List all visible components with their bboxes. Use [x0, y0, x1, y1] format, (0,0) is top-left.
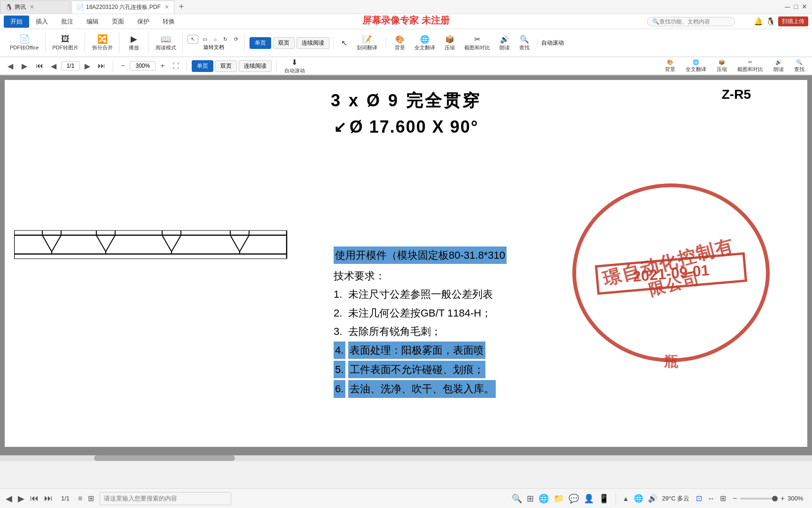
scrollbar-thumb[interactable]: [94, 455, 235, 461]
status-search-box[interactable]: [100, 492, 231, 505]
first-page-button[interactable]: ⏮: [33, 60, 46, 72]
fit-width-btn[interactable]: ↔: [705, 493, 717, 504]
zoom-fit-button[interactable]: ⛶: [170, 60, 182, 71]
browser-tab-pdf[interactable]: 📄 18A2203120 六孔连接板.PDF ✕: [71, 0, 174, 14]
page-number-input[interactable]: [61, 61, 80, 71]
status-prev-button[interactable]: ◀: [6, 493, 12, 504]
rotate-text-button[interactable]: ⟳: [232, 35, 241, 43]
vocab-translate-button[interactable]: 📝 划词翻译: [354, 34, 380, 52]
status-last-button[interactable]: ⏭: [44, 493, 53, 503]
find-nav-label: 查找: [794, 66, 804, 73]
prev-page-button[interactable]: ◀: [48, 60, 59, 72]
status-first-button[interactable]: ⏮: [30, 493, 39, 503]
forward-button[interactable]: ▶: [19, 60, 30, 72]
status-list-view[interactable]: ≡: [78, 494, 82, 503]
task-view-icon[interactable]: ⊞: [527, 493, 534, 504]
screenshot-button[interactable]: ✂ 截图和对比: [461, 34, 493, 52]
qq-tab-close[interactable]: ✕: [30, 4, 34, 10]
minimize-button[interactable]: ─: [785, 3, 790, 11]
continuous-read-btn[interactable]: 连续阅读: [297, 37, 329, 49]
ribbon-search-input[interactable]: [659, 18, 730, 25]
network-icon[interactable]: 🌐: [634, 494, 643, 503]
status-search-input[interactable]: [104, 495, 227, 502]
double-view-btn[interactable]: 双页: [215, 60, 237, 72]
zoom-slider-thumb[interactable]: [772, 496, 778, 501]
background-button[interactable]: 🎨 背景: [392, 34, 408, 52]
bell-icon[interactable]: 🔔: [754, 17, 763, 26]
wechat-icon[interactable]: 💬: [569, 493, 579, 504]
titlebar: 🐧 腾讯 ✕ 📄 18A2203120 六孔连接板.PDF ✕ + ─ □ ✕: [0, 0, 812, 14]
pdf-to-image-button[interactable]: 🖼 PDF转图片: [50, 33, 81, 53]
statusbar: ◀ ▶ ⏮ ⏭ 1/1 ≡ ⊞ 🔍 ⊞ 🌐 📁 💬 👤 📱 ▲ 🌐 🔊 29°C…: [0, 488, 812, 508]
zoom-increase-btn[interactable]: +: [781, 494, 785, 503]
split-merge-button[interactable]: 🔀 拆分合并: [90, 33, 115, 53]
continuous-view-btn[interactable]: 连续阅读: [239, 60, 272, 72]
member-button[interactable]: 扫描上传: [778, 16, 808, 26]
auto-scroll-btn[interactable]: ⬇ 自动滚动: [281, 57, 308, 75]
search-taskbar-icon[interactable]: 🔍: [512, 493, 522, 504]
compress-button[interactable]: 📦 压缩: [442, 34, 458, 52]
zoom-decrease-btn[interactable]: −: [733, 494, 737, 503]
browser-tab-qq[interactable]: 🐧 腾讯 ✕: [0, 0, 70, 14]
qq-icon[interactable]: 🐧: [766, 17, 775, 26]
pdf-area[interactable]: 3 x Ø 9 完全贯穿 ↙ Ø 17.600 X 90° Z-R5: [0, 75, 812, 461]
ribbon-tab-convert[interactable]: 转换: [156, 16, 181, 28]
background-nav-btn[interactable]: 🎨 背景: [662, 58, 678, 74]
zoom-out-button[interactable]: −: [118, 60, 128, 72]
system-tray-arrow[interactable]: ▲: [623, 495, 629, 502]
app-icon[interactable]: 📱: [599, 493, 609, 504]
ribbon-tab-page[interactable]: 页面: [105, 16, 131, 28]
select-nav-button[interactable]: ↖: [338, 38, 350, 48]
find-button[interactable]: 🔍 查找: [516, 34, 532, 52]
fit-page-btn[interactable]: ⊡: [694, 493, 704, 504]
file-explorer-icon[interactable]: 📁: [554, 493, 564, 504]
split-merge-icon: 🔀: [97, 34, 108, 45]
user-icon[interactable]: 👤: [584, 493, 594, 504]
pdf-to-office-button[interactable]: 📄 PDF转Office: [8, 33, 41, 53]
translate-nav-btn[interactable]: 🌐 全文翻译: [683, 58, 709, 74]
ribbon-tab-protect[interactable]: 保护: [131, 16, 156, 28]
ribbon-tab-edit[interactable]: 编辑: [80, 16, 105, 28]
ribbon-tab-comment[interactable]: 批注: [55, 16, 80, 28]
new-tab-button[interactable]: +: [175, 2, 188, 12]
maximize-button[interactable]: □: [794, 3, 798, 11]
ribbon-tab-insert[interactable]: 插入: [29, 16, 55, 28]
note-text-2: 未注几何公差按GB/T 1184-H；: [348, 305, 492, 321]
read-aloud-button[interactable]: 🔊 朗读: [497, 34, 513, 52]
zoom-slider[interactable]: [740, 498, 778, 500]
close-button[interactable]: ✕: [802, 3, 807, 11]
single-page-btn[interactable]: 单页: [250, 37, 271, 49]
zoom-input[interactable]: [130, 61, 156, 71]
next-page-button[interactable]: ▶: [82, 60, 93, 72]
dim-line1-text: 3 x Ø 9 完全贯穿: [331, 89, 481, 112]
notes-header-line: 使用开模件（模块固定板80-31.8*310: [334, 246, 803, 264]
compress-icon: 📦: [445, 35, 454, 44]
volume-icon[interactable]: 🔊: [648, 494, 657, 503]
find-nav-btn[interactable]: 🔍 查找: [791, 58, 807, 74]
horizontal-scrollbar[interactable]: [0, 455, 812, 461]
last-page-button[interactable]: ⏭: [95, 60, 108, 72]
nav-separator3: [276, 60, 277, 71]
circle-tool-button[interactable]: ○: [211, 36, 219, 43]
double-page-btn[interactable]: 双页: [273, 37, 295, 49]
play-button[interactable]: ▶ 播放: [126, 33, 141, 53]
compress-nav-btn[interactable]: 📦 压缩: [714, 58, 730, 74]
read-mode-button[interactable]: 📖 阅读模式: [153, 33, 179, 53]
read-aloud-nav-btn[interactable]: 🔊 朗读: [771, 58, 787, 74]
ribbon-tab-start[interactable]: 开始: [4, 16, 29, 28]
zoom-in-button[interactable]: +: [157, 60, 167, 72]
rect-tool-button[interactable]: ▭: [200, 35, 210, 43]
back-button[interactable]: ◀: [5, 60, 16, 72]
screenshot-nav-btn[interactable]: ✂ 截图和对比: [734, 58, 766, 74]
thumbs-btn[interactable]: ⊞: [718, 493, 728, 504]
status-grid-view[interactable]: ⊞: [88, 494, 94, 503]
ribbon-search[interactable]: 🔍: [647, 17, 735, 26]
full-text-translate-button[interactable]: 🌐 全文翻译: [412, 34, 438, 52]
select-tool-button[interactable]: ↖: [187, 35, 198, 44]
edge-icon[interactable]: 🌐: [539, 493, 549, 504]
status-next-button[interactable]: ▶: [18, 493, 24, 504]
svg-line-12: [106, 235, 115, 252]
pdf-tab-close[interactable]: ✕: [164, 4, 169, 10]
single-view-btn[interactable]: 单页: [192, 60, 213, 72]
rotate-button[interactable]: ↻: [221, 35, 230, 43]
